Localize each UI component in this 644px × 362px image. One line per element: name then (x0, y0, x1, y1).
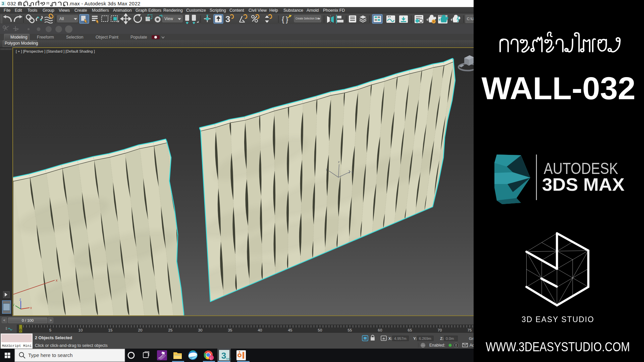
svg-text:3DS MAX: 3DS MAX (542, 175, 625, 194)
svg-text:WWW.3DEASYSTUDIO.COM: WWW.3DEASYSTUDIO.COM (486, 340, 630, 354)
svg-text:3D EASY STUDIO: 3D EASY STUDIO (522, 315, 594, 324)
svg-text:WALL-032: WALL-032 (481, 70, 635, 106)
